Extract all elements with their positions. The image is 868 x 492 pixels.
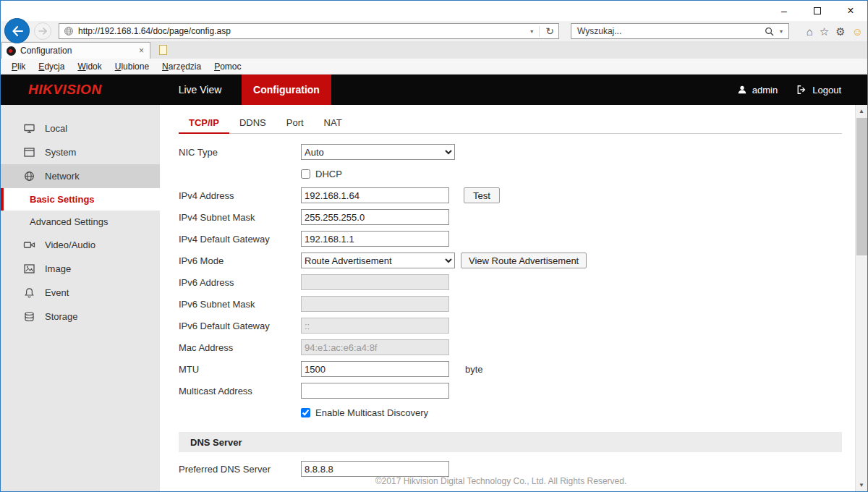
sidebar-item-local[interactable]: Local [1, 116, 160, 140]
form-row-nic-type: NIC Type Auto [179, 144, 855, 160]
dhcp-checkbox[interactable] [301, 169, 310, 179]
sidebar-item-system[interactable]: System [1, 140, 160, 164]
form-row-ipv4-address: IPv4 Address Test [179, 187, 855, 203]
new-tab-button[interactable] [155, 43, 171, 56]
forward-button[interactable] [34, 22, 51, 40]
enable-multicast-discovery-label: Enable Multicast Discovery [315, 407, 428, 418]
search-placeholder: Wyszukaj... [577, 26, 765, 36]
menu-edit[interactable]: Edycja [32, 62, 71, 72]
sidebar-item-image[interactable]: Image [1, 257, 160, 281]
window-controls: – × [767, 1, 867, 21]
sidebar-item-network[interactable]: Network [1, 164, 160, 188]
username: admin [752, 85, 778, 96]
refresh-icon[interactable]: ↻ [545, 25, 554, 37]
sidebar-item-label: Network [45, 171, 80, 182]
nic-type-select[interactable]: Auto [301, 144, 455, 160]
ipv4-gateway-input[interactable] [301, 231, 449, 247]
ipv4-address-input[interactable] [301, 187, 449, 203]
multicast-input[interactable] [301, 383, 449, 399]
gear-icon[interactable]: ⚙ [835, 26, 845, 37]
browser-navbar: http://192.168.1.64/doc/page/config.asp … [1, 21, 867, 41]
form-row-ipv4-subnet: IPv4 Subnet Mask [179, 209, 855, 225]
mac-address-label: Mac Address [179, 342, 301, 353]
multicast-label: Multicast Address [179, 386, 301, 396]
search-dropdown-icon[interactable]: ▾ [780, 28, 783, 35]
sidebar-item-event[interactable]: Event [1, 281, 160, 305]
form-row-ipv6-mode: IPv6 Mode Route Advertisement View Route… [179, 253, 855, 268]
ipv4-subnet-label: IPv4 Subnet Mask [179, 212, 301, 223]
address-bar[interactable]: http://192.168.1.64/doc/page/config.asp … [59, 23, 559, 39]
preferred-dns-input[interactable] [301, 461, 449, 477]
ipv6-mode-label: IPv6 Mode [179, 255, 301, 266]
vertical-scrollbar[interactable]: ▲ ▼ [855, 105, 867, 491]
search-icon[interactable] [765, 27, 774, 36]
menu-favorites[interactable]: Ulubione [109, 62, 156, 72]
current-user[interactable]: admin [737, 85, 778, 96]
monitor-icon [23, 122, 35, 135]
tab-close-icon[interactable]: × [137, 46, 145, 56]
mtu-unit: byte [465, 364, 483, 375]
nav-configuration[interactable]: Configuration [242, 75, 331, 105]
browser-toolbar-icons: ⌂ ☆ ⚙ ☺ [807, 21, 863, 41]
dns-server-section-header: DNS Server [179, 432, 842, 452]
ipv6-gateway-label: IPv6 Default Gateway [179, 321, 301, 331]
ipv6-gateway-input [301, 318, 449, 334]
menu-help[interactable]: Pomoc [208, 62, 247, 72]
menu-file[interactable]: Plik [5, 62, 32, 72]
browser-tab-configuration[interactable]: Configuration × [1, 42, 150, 59]
address-dropdown-icon[interactable]: ▾ [530, 28, 533, 35]
browser-tab-title: Configuration [20, 46, 133, 56]
preferred-dns-label: Preferred DNS Server [179, 464, 301, 475]
mtu-input[interactable] [301, 361, 449, 377]
form-row-ipv4-gateway: IPv4 Default Gateway [179, 231, 855, 247]
test-button[interactable]: Test [464, 187, 500, 203]
sidebar-item-basic-settings[interactable]: Basic Settings [1, 188, 160, 211]
copyright-footer: ©2017 Hikvision Digital Technology Co., … [160, 476, 842, 486]
mtu-label: MTU [179, 364, 301, 375]
nic-type-label: NIC Type [179, 147, 301, 158]
minimize-button[interactable]: – [767, 1, 801, 21]
sidebar: Local System Network Basic Settings Adva… [1, 105, 160, 491]
url-text: http://192.168.1.64/doc/page/config.asp [78, 26, 530, 36]
home-icon[interactable]: ⌂ [807, 26, 813, 37]
sidebar-item-advanced-settings[interactable]: Advanced Settings [1, 211, 160, 233]
tab-port[interactable]: Port [276, 112, 314, 133]
scroll-up-icon[interactable]: ▲ [856, 105, 867, 117]
sidebar-item-label: Advanced Settings [30, 216, 108, 227]
tab-tcpip[interactable]: TCP/IP [179, 112, 229, 134]
sidebar-item-label: Local [45, 123, 67, 134]
favorites-star-icon[interactable]: ☆ [820, 26, 829, 37]
sidebar-item-video-audio[interactable]: Video/Audio [1, 233, 160, 257]
maximize-button[interactable] [801, 1, 834, 21]
form-row-ipv6-gateway: IPv6 Default Gateway [179, 318, 855, 334]
scrollbar-thumb[interactable] [856, 118, 867, 255]
sidebar-item-label: Basic Settings [30, 194, 95, 205]
ipv6-mode-select[interactable]: Route Advertisement [301, 253, 455, 268]
view-route-advertisement-button[interactable]: View Route Advertisement [461, 253, 587, 268]
ipv4-subnet-input[interactable] [301, 209, 449, 225]
dhcp-check-row: DHCP [301, 169, 342, 179]
sidebar-item-label: Image [45, 263, 71, 274]
ipv6-subnet-input [301, 296, 449, 312]
page-globe-icon [64, 26, 74, 36]
back-button[interactable] [4, 18, 30, 43]
close-button[interactable]: × [834, 1, 867, 21]
site-favicon [7, 46, 16, 56]
tab-nat[interactable]: NAT [314, 112, 352, 133]
search-box[interactable]: Wyszukaj... ▾ [571, 23, 789, 39]
dns-section-title: DNS Server [190, 437, 242, 448]
sidebar-item-storage[interactable]: Storage [1, 305, 160, 328]
logout-button[interactable]: Logout [796, 85, 841, 96]
browser-tab-strip: Configuration × [1, 41, 867, 59]
user-icon [737, 85, 747, 95]
menu-view[interactable]: Widok [71, 62, 108, 72]
feedback-smiley-icon[interactable]: ☺ [852, 26, 863, 37]
enable-multicast-discovery-checkbox[interactable] [301, 408, 310, 417]
forward-arrow-icon [38, 27, 47, 35]
tab-ddns[interactable]: DDNS [229, 112, 276, 133]
nav-live-view[interactable]: Live View [158, 75, 242, 105]
menu-tools[interactable]: Narzędzia [156, 62, 208, 72]
picture-icon [23, 263, 35, 275]
scroll-down-icon[interactable]: ▼ [856, 479, 867, 491]
ipv4-gateway-label: IPv4 Default Gateway [179, 234, 301, 245]
